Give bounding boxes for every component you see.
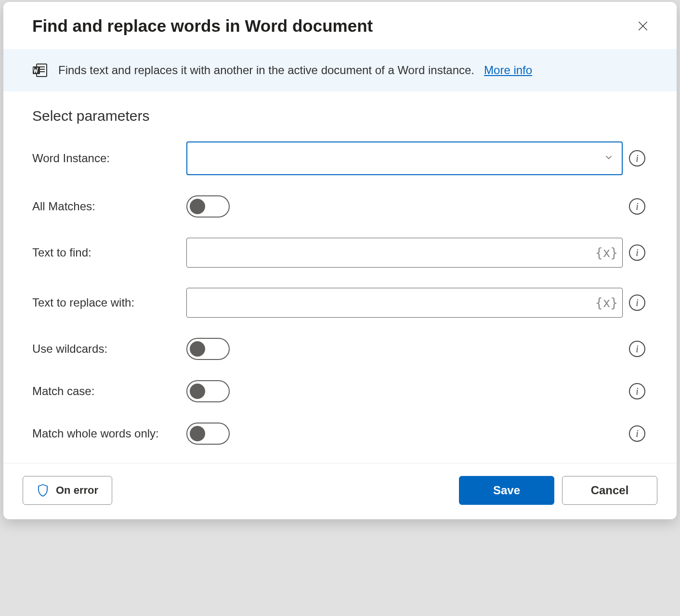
shield-icon bbox=[37, 484, 49, 497]
info-icon[interactable]: i bbox=[629, 295, 645, 311]
text-to-replace-input[interactable] bbox=[186, 288, 623, 318]
all-matches-toggle[interactable] bbox=[186, 195, 230, 218]
match-whole-words-toggle[interactable] bbox=[186, 423, 230, 445]
dialog-title: Find and replace words in Word document bbox=[32, 16, 373, 36]
info-icon[interactable]: i bbox=[629, 150, 645, 167]
parameters-form: Word Instance: i All Matches: i bbox=[32, 141, 652, 445]
more-info-link[interactable]: More info bbox=[484, 64, 532, 77]
word-instance-combobox[interactable] bbox=[186, 141, 623, 175]
info-banner: Finds text and replaces it with another … bbox=[3, 49, 677, 91]
dialog-header: Find and replace words in Word document bbox=[3, 2, 677, 49]
match-case-label: Match case: bbox=[32, 385, 186, 398]
word-instance-label: Word Instance: bbox=[32, 152, 186, 165]
cancel-button[interactable]: Cancel bbox=[562, 476, 657, 505]
section-title: Select parameters bbox=[32, 108, 652, 124]
dialog: Find and replace words in Word document bbox=[3, 2, 677, 519]
text-to-replace-label: Text to replace with: bbox=[32, 296, 186, 309]
text-to-find-field: {x} bbox=[186, 238, 623, 268]
match-case-toggle[interactable] bbox=[186, 380, 230, 402]
info-icon[interactable]: i bbox=[629, 198, 645, 215]
save-button[interactable]: Save bbox=[459, 476, 554, 505]
word-instance-input[interactable] bbox=[186, 141, 623, 175]
on-error-label: On error bbox=[56, 484, 98, 497]
all-matches-label: All Matches: bbox=[32, 200, 186, 213]
variable-icon[interactable]: {x} bbox=[595, 245, 618, 260]
use-wildcards-label: Use wildcards: bbox=[32, 342, 186, 356]
info-icon[interactable]: i bbox=[629, 341, 645, 357]
variable-icon[interactable]: {x} bbox=[595, 295, 618, 310]
info-banner-text: Finds text and replaces it with another … bbox=[58, 64, 532, 77]
text-to-find-input[interactable] bbox=[186, 238, 623, 268]
close-button[interactable] bbox=[632, 15, 654, 37]
info-icon[interactable]: i bbox=[629, 383, 645, 399]
info-icon[interactable]: i bbox=[629, 425, 645, 442]
on-error-button[interactable]: On error bbox=[23, 476, 112, 505]
match-whole-words-label: Match whole words only: bbox=[32, 427, 186, 440]
word-icon bbox=[32, 63, 48, 78]
close-icon bbox=[637, 20, 649, 32]
text-to-find-label: Text to find: bbox=[32, 246, 186, 259]
info-icon[interactable]: i bbox=[629, 244, 645, 261]
dialog-footer: On error Save Cancel bbox=[3, 463, 677, 519]
text-to-replace-field: {x} bbox=[186, 288, 623, 318]
use-wildcards-toggle[interactable] bbox=[186, 338, 230, 360]
dialog-body: Select parameters Word Instance: i All M… bbox=[3, 91, 677, 463]
